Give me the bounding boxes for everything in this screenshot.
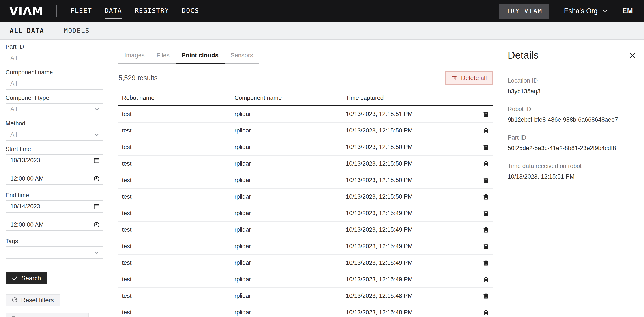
method-select[interactable]: All bbox=[6, 129, 104, 141]
end-time-input[interactable] bbox=[6, 219, 104, 231]
nav-item-docs[interactable]: DOCS bbox=[182, 5, 199, 16]
cell-component-name: rplidar bbox=[234, 160, 346, 167]
table-row[interactable]: test rplidar 10/13/2023, 12:15:48 PM bbox=[118, 305, 493, 317]
row-delete-button[interactable] bbox=[482, 210, 489, 217]
location-id-value: h3yb135aq3 bbox=[508, 88, 636, 95]
row-delete-button[interactable] bbox=[482, 309, 489, 316]
cell-time-captured: 10/13/2023, 12:15:50 PM bbox=[346, 193, 479, 200]
col-component-name: Component name bbox=[234, 95, 346, 101]
filter-end-time: End time bbox=[6, 192, 104, 231]
cell-robot-name: test bbox=[122, 243, 234, 250]
filter-method: Method All bbox=[6, 120, 104, 141]
cell-component-name: rplidar bbox=[234, 309, 346, 316]
cell-robot-name: test bbox=[122, 226, 234, 233]
cell-time-captured: 10/13/2023, 12:15:49 PM bbox=[346, 226, 479, 233]
table-row[interactable]: test rplidar 10/13/2023, 12:15:50 PM bbox=[118, 172, 493, 189]
nav-item-data[interactable]: DATA bbox=[105, 5, 122, 16]
results-count: 5,529 results bbox=[118, 74, 158, 82]
reset-filters-button[interactable]: Reset filters bbox=[6, 294, 60, 306]
table-row[interactable]: test rplidar 10/13/2023, 12:15:49 PM bbox=[118, 255, 493, 271]
table-row[interactable]: test rplidar 10/13/2023, 12:15:49 PM bbox=[118, 205, 493, 222]
nav-item-fleet[interactable]: FLEET bbox=[70, 5, 92, 16]
top-nav: VIΛM FLEET DATA REGISTRY DOCS TRY VIAM E… bbox=[0, 0, 644, 22]
filter-component-type: Component type All bbox=[6, 95, 104, 115]
row-delete-button[interactable] bbox=[482, 177, 489, 184]
start-time-input[interactable] bbox=[6, 173, 104, 185]
tags-label: Tags bbox=[6, 238, 104, 245]
table-row[interactable]: test rplidar 10/13/2023, 12:15:48 PM bbox=[118, 288, 493, 305]
table-row[interactable]: test rplidar 10/13/2023, 12:15:50 PM bbox=[118, 139, 493, 156]
start-time-label: Start time bbox=[6, 146, 104, 152]
row-delete-button[interactable] bbox=[482, 260, 489, 266]
row-delete-button[interactable] bbox=[482, 194, 489, 200]
row-delete-button[interactable] bbox=[482, 276, 489, 283]
row-delete-button[interactable] bbox=[482, 293, 489, 299]
detail-robot-id: Robot ID 9b12ebcf-bfe8-486e-988b-6a66864… bbox=[508, 106, 636, 123]
table-row[interactable]: test rplidar 10/13/2023, 12:15:50 PM bbox=[118, 123, 493, 139]
tags-select[interactable] bbox=[6, 247, 104, 259]
cell-robot-name: test bbox=[122, 309, 234, 316]
table-row[interactable]: test rplidar 10/13/2023, 12:15:49 PM bbox=[118, 271, 493, 288]
row-delete-button[interactable] bbox=[482, 127, 489, 134]
details-header: Details bbox=[508, 49, 636, 61]
table-header: Robot name Component name Time captured bbox=[118, 95, 493, 106]
trash-icon bbox=[451, 75, 458, 81]
cell-time-captured: 10/13/2023, 12:15:50 PM bbox=[346, 144, 479, 151]
org-name: Esha's Org bbox=[564, 7, 598, 15]
cell-component-name: rplidar bbox=[234, 260, 346, 266]
end-time-label: End time bbox=[6, 192, 104, 198]
cell-component-name: rplidar bbox=[234, 193, 346, 200]
search-button-label: Search bbox=[22, 275, 41, 282]
delete-all-label: Delete all bbox=[461, 74, 487, 82]
component-name-input[interactable] bbox=[6, 78, 104, 90]
table-row[interactable]: test rplidar 10/13/2023, 12:15:49 PM bbox=[118, 238, 493, 255]
tab-point-clouds[interactable]: Point clouds bbox=[176, 49, 224, 63]
cell-robot-name: test bbox=[122, 210, 234, 217]
filter-start-time: Start time bbox=[6, 146, 104, 185]
tab-sensors[interactable]: Sensors bbox=[224, 49, 259, 63]
search-button[interactable]: Search bbox=[6, 272, 47, 284]
sub-nav: ALL DATA MODELS bbox=[0, 22, 644, 40]
topnav-right: TRY VIAM Esha's Org EM bbox=[499, 3, 634, 18]
row-delete-button[interactable] bbox=[482, 160, 489, 167]
cell-time-captured: 10/13/2023, 12:15:49 PM bbox=[346, 210, 479, 217]
delete-all-button[interactable]: Delete all bbox=[445, 71, 493, 85]
table-row[interactable]: test rplidar 10/13/2023, 12:15:49 PM bbox=[118, 222, 493, 238]
tab-images[interactable]: Images bbox=[118, 49, 151, 63]
org-switcher[interactable]: Esha's Org bbox=[564, 7, 608, 15]
cell-robot-name: test bbox=[122, 293, 234, 299]
trash-icon bbox=[482, 111, 489, 117]
trash-icon bbox=[482, 160, 489, 167]
row-delete-button[interactable] bbox=[482, 227, 489, 233]
try-viam-button[interactable]: TRY VIAM bbox=[499, 3, 550, 18]
copy-export-command-button[interactable]: Copy export command bbox=[6, 313, 89, 317]
user-menu[interactable]: EM bbox=[622, 7, 633, 15]
cell-component-name: rplidar bbox=[234, 111, 346, 117]
start-date-input[interactable] bbox=[6, 154, 104, 166]
close-details-button[interactable] bbox=[628, 52, 636, 59]
filter-tags: Tags bbox=[6, 238, 104, 259]
close-icon bbox=[628, 52, 636, 59]
copy-icon bbox=[11, 316, 18, 317]
method-label: Method bbox=[6, 120, 104, 127]
nav-item-registry[interactable]: REGISTRY bbox=[135, 5, 169, 16]
tab-files[interactable]: Files bbox=[151, 49, 176, 63]
cell-component-name: rplidar bbox=[234, 177, 346, 184]
filter-component-name: Component name bbox=[6, 69, 104, 90]
trash-icon bbox=[482, 276, 489, 283]
part-id-input[interactable] bbox=[6, 52, 104, 64]
primary-nav: FLEET DATA REGISTRY DOCS bbox=[70, 5, 199, 16]
tab-models[interactable]: MODELS bbox=[64, 27, 90, 34]
chevron-down-icon bbox=[602, 8, 608, 14]
component-type-select[interactable]: All bbox=[6, 103, 104, 115]
table-row[interactable]: test rplidar 10/13/2023, 12:15:50 PM bbox=[118, 156, 493, 172]
tab-all-data[interactable]: ALL DATA bbox=[10, 27, 44, 34]
row-delete-button[interactable] bbox=[482, 243, 489, 250]
cell-time-captured: 10/13/2023, 12:15:50 PM bbox=[346, 160, 479, 167]
viam-logo[interactable]: VIΛM bbox=[9, 4, 44, 18]
end-date-input[interactable] bbox=[6, 200, 104, 213]
row-delete-button[interactable] bbox=[482, 111, 489, 117]
table-row[interactable]: test rplidar 10/13/2023, 12:15:51 PM bbox=[118, 106, 493, 123]
table-row[interactable]: test rplidar 10/13/2023, 12:15:50 PM bbox=[118, 189, 493, 205]
row-delete-button[interactable] bbox=[482, 144, 489, 151]
